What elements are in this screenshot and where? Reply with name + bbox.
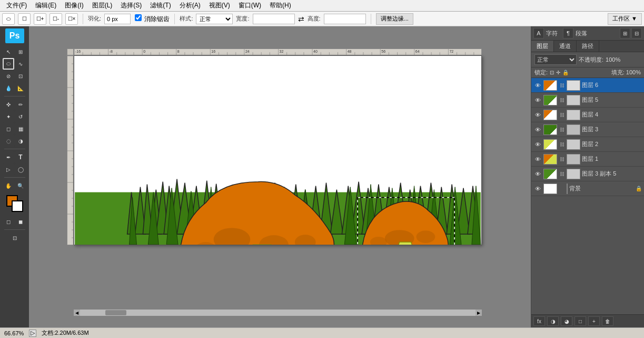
quick-select-tool[interactable]: ⊘ [3,70,14,82]
zoom-tool[interactable]: 🔍 [15,180,26,191]
intersect-selection-btn[interactable]: ☐× [65,13,78,25]
artboard-tool[interactable]: ⊞ [15,46,26,57]
height-input[interactable] [324,14,366,24]
clone-stamp-tool[interactable]: ✦ [3,111,14,122]
lasso-tool[interactable]: ∿ [15,58,26,70]
layer-5-eye[interactable]: 👁 [533,96,542,104]
menu-select[interactable]: 选择(S) [116,0,146,11]
menu-window[interactable]: 窗口(W) [234,0,265,11]
adjust-edge-button[interactable]: 调整边缘... [376,13,413,25]
layer-3-name: 图层 3 [582,125,642,133]
layer-2-chain: ⛓ [559,142,565,147]
menu-help[interactable]: 帮助(H) [265,0,295,11]
layer-item-bg[interactable]: 👁 背景 🔒 [531,181,644,196]
layer-item-2[interactable]: 👁 ⛓ 图层 2 [531,137,644,152]
lock-pixels-icon[interactable]: ⊡ [550,70,554,75]
layer-item-3[interactable]: 👁 ⛓ 图层 3 [531,122,644,137]
pen-tool[interactable]: ✒ [3,151,14,163]
layer-4-eye[interactable]: 👁 [533,111,542,119]
layer-1-name: 图层 1 [582,155,642,163]
panel-icon-2[interactable]: ⊟ [631,28,642,38]
layer-item-6[interactable]: 👁 ⛓ 图层 6 [531,78,644,93]
panel-icon-1[interactable]: ⊞ [620,28,630,38]
menu-filter[interactable]: 滤镜(T) [146,0,175,11]
layer-mask-button[interactable]: ◑ [547,316,559,326]
layers-tabs: 图层 通道 路径 [531,41,644,52]
shape-tool[interactable]: ◯ [15,163,26,175]
anti-alias-checkbox[interactable] [135,14,142,21]
h-scroll-thumb[interactable] [105,310,126,315]
h-scroll-left[interactable]: ◀ [74,310,80,316]
menu-edit[interactable]: 编辑(E) [31,0,61,11]
ruler-corner [67,49,74,55]
crop-tool[interactable]: ⊡ [15,70,26,82]
char-icon[interactable]: A [533,28,544,38]
menu-file[interactable]: 文件(F) [2,0,31,11]
subtract-selection-btn[interactable]: ☐- [49,13,62,25]
layer-bg-name: 背景 [569,185,634,192]
layer-3-eye[interactable]: 👁 [533,125,542,134]
layer-new-button[interactable]: + [588,316,600,326]
menu-analysis[interactable]: 分析(A) [175,0,205,11]
h-scroll-right[interactable]: ▶ [475,310,482,316]
dodge-tool[interactable]: ◑ [15,135,26,147]
selection-tool-elliptical[interactable]: ⬭ [2,13,15,25]
lock-all-icon[interactable]: 🔒 [562,70,569,75]
layer-bg-eye[interactable]: 👁 [533,185,542,193]
width-input[interactable] [253,14,295,24]
gradient-tool[interactable]: ▦ [15,123,26,134]
brush-tool[interactable]: ✏ [15,99,26,110]
layer-group-button[interactable]: □ [574,316,586,326]
layer-delete-button[interactable]: 🗑 [602,316,613,326]
type-tool[interactable]: T [15,151,26,163]
layer-item-4[interactable]: 👁 ⛓ 图层 4 [531,108,644,122]
history-brush-tool[interactable]: ↺ [15,111,26,122]
blur-tool[interactable]: ◌ [3,135,14,147]
standard-mode[interactable]: ◻ [3,216,14,227]
path-select-tool[interactable]: ▷ [3,163,14,175]
status-bar: 66.67% ▷ 文档:2.20M/6.63M [0,327,644,338]
artwork-canvas[interactable] [74,56,481,245]
spot-heal-tool[interactable]: ✜ [3,99,14,110]
background-color[interactable] [12,200,23,212]
layer-item-5[interactable]: 👁 ⛓ 图层 5 [531,93,644,108]
blend-mode-select[interactable]: 正常 [534,54,577,65]
hand-tool[interactable]: ✋ [3,180,14,191]
lock-move-icon[interactable]: ✛ [556,70,560,75]
tab-paths[interactable]: 路径 [577,41,599,52]
menu-image[interactable]: 图像(I) [61,0,87,11]
layer-1-eye[interactable]: 👁 [533,155,542,163]
add-selection-btn[interactable]: ☐+ [34,13,46,25]
feather-input[interactable] [104,14,131,24]
new-selection-btn[interactable]: ☐ [18,13,31,25]
menu-layer[interactable]: 图层(L) [88,0,117,11]
layer-3copy5-chain: ⛓ [559,171,565,177]
layer-item-3copy5[interactable]: 👁 ⛓ 图层 3 副本 5 [531,167,644,181]
eraser-tool[interactable]: ◻ [3,123,14,134]
tab-layers[interactable]: 图层 [531,41,554,52]
eyedropper-tool[interactable]: 💧 [3,82,14,94]
menu-view[interactable]: 视图(V) [205,0,234,11]
tool-row-5: ✜ ✏ [3,99,26,110]
h-scrollbar[interactable] [74,310,482,316]
layer-4-thumb [543,110,557,120]
layer-fx-button[interactable]: fx [533,316,545,326]
options-bar: ⬭ ☐ ☐+ ☐- ☐× 羽化: 消除锯齿 样式: 正常 宽度: ⇄ 高度: 调… [0,12,644,26]
zoom-indicator[interactable]: ▷ [29,330,36,337]
layer-6-eye[interactable]: 👁 [533,81,542,90]
ellipse-select-tool[interactable]: ⬭ [3,58,14,70]
screen-mode-button[interactable]: ⊡ [3,232,27,244]
layer-3copy5-eye[interactable]: 👁 [533,170,542,178]
quick-mask-mode[interactable]: ◼ [15,216,26,227]
separator-2 [174,14,175,24]
tab-channels[interactable]: 通道 [554,41,577,52]
ruler-tool[interactable]: 📐 [15,82,26,94]
style-dropdown[interactable]: 正常 [196,14,233,24]
workspace-button[interactable]: 工作区 ▼ [608,13,642,25]
para-icon[interactable]: ¶ [563,28,573,38]
layer-2-eye[interactable]: 👁 [533,140,542,149]
layer-adj-button[interactable]: ◕ [561,316,572,326]
move-tool[interactable]: ↖ [3,46,14,57]
layer-item-1[interactable]: 👁 ⛓ 图层 1 [531,152,644,167]
layer-1-chain: ⛓ [559,157,565,162]
